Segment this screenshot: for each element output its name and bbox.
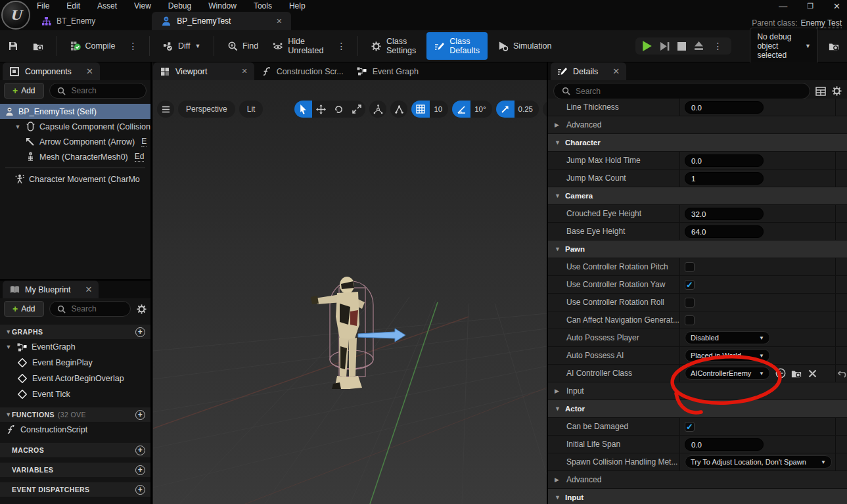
- details-search-input[interactable]: Search: [553, 83, 810, 99]
- property-value-input[interactable]: 0.0: [685, 154, 764, 167]
- components-tree-item[interactable]: BP_EnemyTest (Self): [0, 104, 150, 119]
- property-checkbox[interactable]: [685, 315, 695, 325]
- grid-snap-control[interactable]: 10: [411, 101, 448, 118]
- use-selected-asset-icon[interactable]: [775, 368, 786, 378]
- viewport-tab-viewport[interactable]: Viewport✕: [153, 62, 254, 80]
- my-blueprint-section-variables[interactable]: VARIABLES+: [0, 463, 150, 477]
- chevron-down-icon[interactable]: ▼: [555, 139, 561, 146]
- asset-tab-bt_enemy[interactable]: BT_Enemy: [32, 12, 104, 30]
- my-blueprint-section-graphs[interactable]: ▼GRAPHS+: [0, 325, 150, 339]
- close-icon[interactable]: ✕: [276, 17, 282, 26]
- details-row-actor[interactable]: ▼Actor: [548, 400, 847, 418]
- close-button[interactable]: ✕: [833, 1, 840, 11]
- minimize-button[interactable]: —: [779, 1, 787, 11]
- details-row-character[interactable]: ▼Character: [548, 134, 847, 152]
- edit-link[interactable]: Ed: [135, 152, 145, 162]
- lit-button[interactable]: Lit: [239, 101, 263, 118]
- frame-skip-button[interactable]: [659, 41, 670, 51]
- close-icon[interactable]: ✕: [86, 66, 93, 76]
- chevron-down-icon[interactable]: ▼: [5, 344, 12, 350]
- components-search-input[interactable]: Search: [49, 83, 147, 99]
- my-blueprint-section-functions[interactable]: ▼FUNCTIONS(32 OVE+: [0, 407, 150, 422]
- scale-tool-button[interactable]: [348, 101, 365, 118]
- add-icon[interactable]: +: [135, 485, 145, 495]
- chevron-down-icon[interactable]: ▼: [555, 494, 561, 501]
- my-blueprint-item[interactable]: Event ActorBeginOverlap: [0, 371, 150, 386]
- add-icon[interactable]: +: [135, 446, 145, 455]
- details-row-pawn[interactable]: ▼Pawn: [548, 241, 847, 258]
- add-blueprint-item-button[interactable]: +Add: [4, 301, 44, 317]
- menu-item-window[interactable]: Window: [208, 1, 237, 11]
- perspective-button[interactable]: Perspective: [178, 101, 235, 118]
- stop-button[interactable]: [676, 41, 687, 51]
- eject-button[interactable]: [693, 41, 704, 51]
- save-button[interactable]: [4, 37, 22, 55]
- browse-debug-object-button[interactable]: [825, 37, 843, 55]
- viewport-options-button[interactable]: [157, 101, 174, 118]
- close-icon[interactable]: ✕: [612, 66, 620, 76]
- coordinate-space-button[interactable]: [369, 101, 386, 118]
- details-row-advanced[interactable]: ▶Advanced: [548, 116, 847, 134]
- find-button[interactable]: Find: [223, 37, 262, 55]
- asset-tab-bp_enemytest[interactable]: BP_EnemyTest✕: [152, 12, 291, 30]
- maximize-button[interactable]: ❐: [807, 2, 813, 11]
- property-dropdown[interactable]: Placed in World▼: [685, 349, 770, 362]
- surface-snapping-button[interactable]: [390, 101, 407, 118]
- menu-item-file[interactable]: File: [37, 1, 49, 11]
- reset-to-default-icon[interactable]: [838, 368, 847, 378]
- menu-item-help[interactable]: Help: [289, 1, 306, 11]
- add-component-button[interactable]: +Add: [4, 83, 44, 99]
- edit-link[interactable]: E: [141, 137, 147, 147]
- close-icon[interactable]: ✕: [241, 67, 247, 76]
- rotate-tool-button[interactable]: [330, 101, 348, 118]
- property-value-input[interactable]: 0.0: [685, 101, 764, 114]
- my-blueprint-tab[interactable]: My Blueprint ✕: [3, 281, 99, 298]
- property-checkbox[interactable]: [685, 262, 695, 272]
- chevron-down-icon[interactable]: ▼: [555, 246, 561, 252]
- my-blueprint-section-macros[interactable]: MACROS+: [0, 443, 150, 457]
- details-row-input[interactable]: ▶Input: [548, 382, 847, 400]
- details-row-advanced[interactable]: ▶Advanced: [548, 471, 847, 489]
- menu-item-tools[interactable]: Tools: [254, 1, 272, 11]
- property-value-input[interactable]: 64.0: [685, 225, 764, 238]
- display-mode-icon[interactable]: [815, 86, 826, 97]
- property-value-input[interactable]: 1: [685, 172, 764, 185]
- my-blueprint-item[interactable]: ConstructionScript: [0, 422, 150, 438]
- viewport-tab-construction-scr-[interactable]: Construction Scr...: [254, 62, 350, 80]
- menu-item-view[interactable]: View: [134, 1, 151, 11]
- details-settings-gear-icon[interactable]: [831, 86, 842, 97]
- add-icon[interactable]: +: [135, 327, 145, 337]
- details-row-input[interactable]: ▼Input: [548, 489, 847, 504]
- move-tool-button[interactable]: [312, 101, 330, 118]
- components-tree-item[interactable]: ▼Capsule Component (Collision: [0, 119, 150, 134]
- property-checkbox[interactable]: ✓: [685, 422, 695, 432]
- rotation-snap-control[interactable]: 10°: [452, 101, 492, 118]
- play-options-button[interactable]: ⋮: [710, 41, 725, 51]
- my-blueprint-search-input[interactable]: Search: [49, 301, 131, 317]
- play-button[interactable]: [642, 41, 652, 51]
- scale-snap-control[interactable]: 0.25: [496, 101, 539, 118]
- property-dropdown[interactable]: AIControllerEnemy▼: [685, 367, 770, 380]
- hide-unrelated-button[interactable]: Hide Unrelated: [269, 33, 327, 59]
- add-icon[interactable]: +: [135, 410, 145, 420]
- my-blueprint-section-event-dispatchers[interactable]: EVENT DISPATCHERS+: [0, 482, 150, 497]
- property-checkbox[interactable]: ✓: [685, 280, 695, 290]
- chevron-right-icon[interactable]: ▶: [555, 388, 559, 394]
- filter-gear-icon[interactable]: [136, 304, 147, 314]
- simulation-button[interactable]: Simulation: [494, 37, 555, 55]
- chevron-down-icon[interactable]: ▼: [555, 405, 561, 412]
- menu-item-edit[interactable]: Edit: [66, 1, 80, 11]
- parent-class-link[interactable]: Enemy Test: [801, 18, 842, 28]
- browse-to-asset-icon[interactable]: [791, 368, 802, 378]
- chevron-down-icon[interactable]: ▼: [555, 193, 561, 199]
- property-checkbox[interactable]: [685, 298, 695, 308]
- menu-item-asset[interactable]: Asset: [97, 1, 117, 11]
- class-settings-button[interactable]: Class Settings: [367, 33, 420, 59]
- property-dropdown[interactable]: Try To Adjust Location, Don't Spawn▼: [685, 455, 832, 469]
- my-blueprint-item[interactable]: Event BeginPlay: [0, 355, 150, 371]
- my-blueprint-item[interactable]: ▼EventGraph: [0, 339, 150, 355]
- components-tree-item[interactable]: Arrow Component (Arrow)E: [0, 134, 150, 149]
- chevron-right-icon[interactable]: ▶: [555, 122, 559, 128]
- debug-object-select[interactable]: No debug object selected▼: [750, 28, 818, 64]
- property-dropdown[interactable]: Disabled▼: [685, 331, 770, 344]
